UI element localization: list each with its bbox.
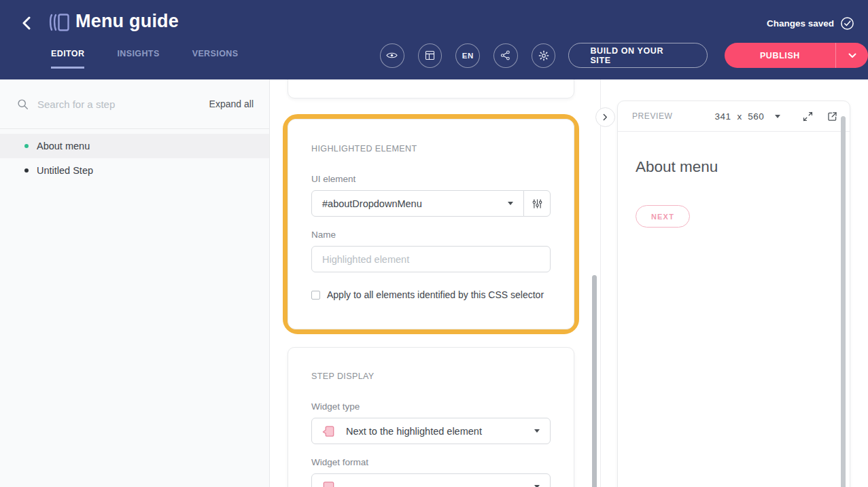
preview-panel: PREVIEW 341 x 560	[617, 101, 850, 487]
settings-button[interactable]	[532, 43, 556, 68]
page-title: Menu guide	[75, 11, 179, 32]
build-on-your-site-button[interactable]: BUILD ON YOUR SITE	[568, 43, 708, 68]
expand-all-link[interactable]: Expand all	[209, 98, 254, 109]
section-title: STEP DISPLAY	[311, 372, 551, 381]
highlighted-element-card: HIGHLIGHTED ELEMENT UI element #aboutDro…	[288, 119, 574, 329]
chevron-down-icon	[848, 53, 856, 58]
widget-format-label: Widget format	[311, 457, 551, 467]
collapse-preview-button[interactable]	[595, 107, 615, 127]
chevron-down-icon	[534, 429, 540, 433]
check-circle-icon	[840, 16, 854, 31]
steps-sidebar: Expand all About menu Untitled Step	[0, 79, 270, 487]
step-item-about-menu[interactable]: About menu	[0, 134, 269, 158]
language-badge: EN	[462, 52, 474, 60]
language-button[interactable]: EN	[455, 43, 480, 68]
section-title: HIGHLIGHTED ELEMENT	[311, 144, 551, 154]
publish-button[interactable]: PUBLISH	[725, 43, 868, 68]
editor-tabs: EDITOR INSIGHTS VERSIONS	[51, 49, 238, 69]
expand-diagonal-icon	[802, 111, 814, 122]
preview-width-value[interactable]: 341	[715, 111, 731, 122]
ui-element-value: #aboutDropdownMenu	[322, 198, 508, 209]
element-name-input[interactable]	[311, 246, 551, 272]
preview-scrollbar-thumb[interactable]	[841, 116, 846, 487]
step-status-dot	[24, 168, 29, 173]
preview-header: PREVIEW 341 x 560	[618, 101, 850, 132]
apply-all-checkbox[interactable]	[311, 291, 320, 300]
preview-size-select[interactable]: 341 x 560	[715, 111, 781, 122]
format-widget-icon	[321, 479, 336, 487]
widget-type-select[interactable]: Next to the highlighted element	[311, 418, 551, 444]
widget-type-value: Next to the highlighted element	[346, 426, 525, 437]
step-status-dot	[24, 144, 29, 148]
publish-dropdown-toggle[interactable]	[835, 43, 868, 68]
header-toolbar: EN BUILD ON YOUR SITE	[380, 43, 868, 68]
step-label: Untitled Step	[37, 165, 93, 176]
chevron-down-icon	[775, 115, 780, 118]
preview-step-title: About menu	[636, 158, 850, 176]
app-window: Menu guide Changes saved EDITOR INSIGHTS…	[0, 0, 868, 487]
step-label: About menu	[37, 141, 90, 151]
layout-theme-button[interactable]	[418, 43, 442, 68]
step-search-row: Expand all	[0, 79, 269, 129]
expand-preview-button[interactable]	[802, 111, 814, 122]
eye-icon	[385, 49, 398, 62]
apply-all-label: Apply to all elements identified by this…	[327, 289, 544, 300]
open-in-new-window-button[interactable]	[827, 111, 838, 122]
step-item-untitled-step[interactable]: Untitled Step	[0, 158, 269, 183]
top-header: Menu guide Changes saved EDITOR INSIGHTS…	[0, 0, 868, 79]
external-link-icon	[827, 111, 838, 122]
guide-logo-icon	[47, 12, 71, 33]
tab-editor[interactable]: EDITOR	[51, 49, 84, 69]
step-display-card: STEP DISPLAY Widget type Next to the hig…	[288, 347, 574, 487]
ui-element-label: UI element	[311, 174, 551, 184]
tab-versions[interactable]: VERSIONS	[192, 49, 239, 69]
widget-type-label: Widget type	[311, 401, 551, 412]
chevron-left-icon	[22, 16, 31, 30]
sliders-icon	[532, 198, 543, 210]
widget-format-select[interactable]	[311, 473, 551, 487]
changes-saved-status: Changes saved	[767, 16, 854, 31]
preview-eye-button[interactable]	[380, 43, 404, 68]
apply-all-row[interactable]: Apply to all elements identified by this…	[311, 289, 551, 300]
selector-settings-button[interactable]	[523, 190, 551, 217]
preview-actions	[802, 111, 838, 122]
chevron-down-icon	[508, 202, 513, 205]
preview-height-value[interactable]: 560	[748, 111, 764, 122]
ui-element-select[interactable]: #aboutDropdownMenu	[311, 190, 524, 217]
previous-settings-card	[288, 79, 574, 98]
name-label: Name	[311, 230, 551, 240]
tab-insights[interactable]: INSIGHTS	[117, 49, 159, 69]
step-search-input[interactable]	[37, 98, 201, 110]
preview-area: PREVIEW 341 x 560	[601, 79, 868, 487]
tooltip-widget-icon	[321, 423, 336, 439]
share-icon	[500, 50, 511, 61]
step-list: About menu Untitled Step	[0, 129, 269, 183]
search-icon	[17, 98, 29, 110]
share-button[interactable]	[493, 43, 518, 68]
changes-saved-label: Changes saved	[767, 18, 834, 29]
ui-element-row: #aboutDropdownMenu	[311, 190, 551, 217]
back-button[interactable]	[18, 14, 34, 32]
layout-icon	[424, 50, 436, 61]
size-separator: x	[737, 111, 742, 122]
preview-next-button[interactable]: NEXT	[636, 205, 690, 228]
step-editor-panel: HIGHLIGHTED ELEMENT UI element #aboutDro…	[270, 79, 601, 487]
editor-scrollbar-thumb[interactable]	[592, 275, 597, 487]
chevron-right-icon	[603, 113, 608, 121]
preview-body: About menu NEXT	[618, 132, 850, 228]
gear-icon	[538, 50, 550, 62]
publish-label: PUBLISH	[725, 43, 835, 68]
highlighted-card-outline: HIGHLIGHTED ELEMENT UI element #aboutDro…	[283, 114, 579, 334]
preview-title: PREVIEW	[632, 111, 673, 121]
